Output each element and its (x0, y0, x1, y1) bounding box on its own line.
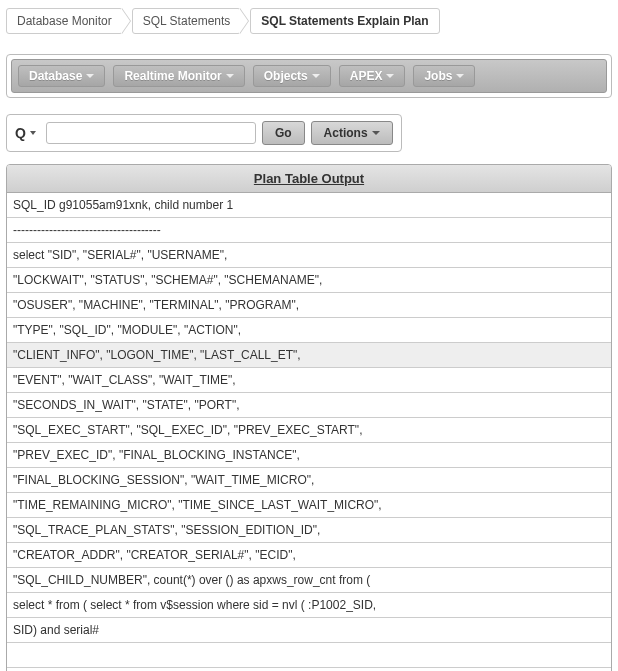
plan-row: "FINAL_BLOCKING_SESSION", "WAIT_TIME_MIC… (7, 468, 611, 493)
plan-row: SID) and serial# (7, 618, 611, 643)
breadcrumb-item[interactable]: Database Monitor (6, 8, 123, 34)
chevron-down-icon (372, 131, 380, 135)
plan-row: "CLIENT_INFO", "LOGON_TIME", "LAST_CALL_… (7, 343, 611, 368)
plan-row: "LOCKWAIT", "STATUS", "SCHEMA#", "SCHEMA… (7, 268, 611, 293)
plan-row: "CREATOR_ADDR", "CREATOR_SERIAL#", "ECID… (7, 543, 611, 568)
menubar-container: Database Realtime Monitor Objects APEX J… (6, 54, 612, 98)
chevron-down-icon (386, 74, 394, 78)
chevron-down-icon (456, 74, 464, 78)
menu-database[interactable]: Database (18, 65, 105, 87)
plan-row: ------------------------------------- (7, 218, 611, 243)
actions-label: Actions (324, 126, 368, 140)
menubar: Database Realtime Monitor Objects APEX J… (11, 59, 607, 93)
plan-row (7, 643, 611, 668)
menu-label: Objects (264, 69, 308, 83)
menu-label: Database (29, 69, 82, 83)
search-input[interactable] (46, 122, 256, 144)
plan-row: "SQL_CHILD_NUMBER", count(*) over () as … (7, 568, 611, 593)
plan-table-header: Plan Table Output (7, 165, 611, 193)
menu-jobs[interactable]: Jobs (413, 65, 475, 87)
plan-row: select * from ( select * from v$session … (7, 593, 611, 618)
plan-table-header-link[interactable]: Plan Table Output (254, 171, 364, 186)
menu-label: Jobs (424, 69, 452, 83)
plan-row: "SECONDS_IN_WAIT", "STATE", "PORT", (7, 393, 611, 418)
chevron-right-icon (239, 8, 248, 34)
go-button[interactable]: Go (262, 121, 305, 145)
menu-objects[interactable]: Objects (253, 65, 331, 87)
menu-label: APEX (350, 69, 383, 83)
plan-row: "OSUSER", "MACHINE", "TERMINAL", "PROGRA… (7, 293, 611, 318)
plan-row: "EVENT", "WAIT_CLASS", "WAIT_TIME", (7, 368, 611, 393)
search-icon[interactable]: Q (15, 125, 26, 141)
chevron-right-icon (121, 8, 130, 34)
plan-row: "TYPE", "SQL_ID", "MODULE", "ACTION", (7, 318, 611, 343)
breadcrumb: Database Monitor SQL Statements SQL Stat… (0, 0, 618, 46)
plan-row: "PREV_EXEC_ID", "FINAL_BLOCKING_INSTANCE… (7, 443, 611, 468)
chevron-down-icon (226, 74, 234, 78)
plan-row: "TIME_REMAINING_MICRO", "TIME_SINCE_LAST… (7, 493, 611, 518)
breadcrumb-item[interactable]: SQL Statements (132, 8, 242, 34)
plan-table-body: SQL_ID g91055am91xnk, child number 1----… (7, 193, 611, 671)
plan-row: SQL_ID g91055am91xnk, child number 1 (7, 193, 611, 218)
chevron-down-icon (86, 74, 94, 78)
plan-table-panel: Plan Table Output SQL_ID g91055am91xnk, … (6, 164, 612, 671)
menu-apex[interactable]: APEX (339, 65, 406, 87)
chevron-down-icon (312, 74, 320, 78)
plan-row: select "SID", "SERIAL#", "USERNAME", (7, 243, 611, 268)
plan-row: "SQL_EXEC_START", "SQL_EXEC_ID", "PREV_E… (7, 418, 611, 443)
plan-row: "SQL_TRACE_PLAN_STATS", "SESSION_EDITION… (7, 518, 611, 543)
menu-label: Realtime Monitor (124, 69, 221, 83)
breadcrumb-item-current: SQL Statements Explain Plan (250, 8, 439, 34)
menu-realtime-monitor[interactable]: Realtime Monitor (113, 65, 244, 87)
chevron-down-icon[interactable] (30, 131, 36, 135)
actions-button[interactable]: Actions (311, 121, 393, 145)
search-bar: Q Go Actions (6, 114, 402, 152)
